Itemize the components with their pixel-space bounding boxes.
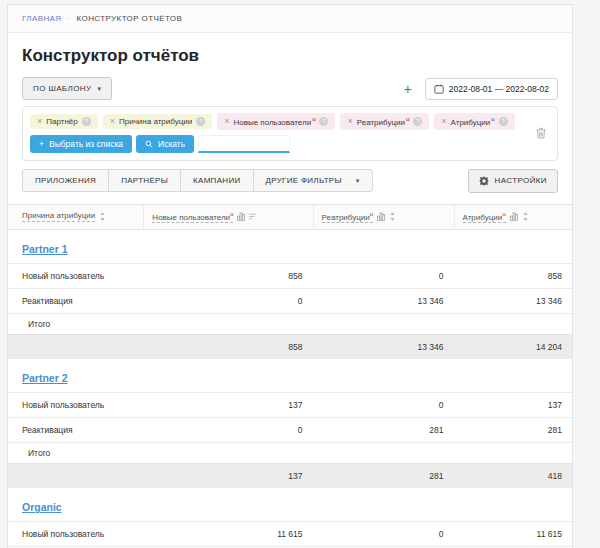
cell-value: 137	[143, 393, 312, 417]
chip-remove-icon[interactable]: ×	[224, 117, 229, 126]
tab-other-filters[interactable]: ДРУГИЕ ФИЛЬТРЫ ▾	[253, 169, 373, 192]
tabs-row: ПРИЛОЖЕНИЯ ПАРТНЁРЫ КАМПАНИИ ДРУГИЕ ФИЛЬ…	[22, 169, 558, 193]
select-from-list-button[interactable]: + Выбрать из списка	[30, 135, 132, 153]
report-card: ГЛАВНАЯ · КОНСТРУКТОР ОТЧЁТОВ Конструкто…	[7, 4, 573, 548]
row-label: Новый пользователь	[8, 393, 143, 417]
chip-help-icon[interactable]: ?	[413, 117, 422, 126]
totals-value: 13 346	[313, 335, 454, 359]
search-icon	[145, 140, 153, 148]
calendar-icon	[434, 84, 444, 94]
breadcrumb-current: КОНСТРУКТОР ОТЧЁТОВ	[77, 14, 183, 23]
select-from-list-label: Выбрать из списка	[49, 139, 123, 149]
bar-chart-icon[interactable]	[237, 212, 245, 221]
totals-row: 858 13 346 14 204	[8, 334, 572, 359]
table-row: Реактивация 0 13 346 13 346	[8, 288, 572, 313]
subtotal-label-row: Итого	[8, 442, 572, 463]
page-title: Конструктор отчётов	[22, 46, 558, 66]
chip-remove-icon[interactable]: ×	[441, 117, 446, 126]
group-link-partner-2[interactable]: Partner 2	[22, 372, 68, 384]
sort-icon[interactable]	[389, 212, 396, 221]
cell-value: 858	[143, 264, 312, 288]
row-label: Реактивация	[8, 289, 143, 313]
group-link-organic[interactable]: Organic	[22, 501, 62, 513]
totals-value: 418	[454, 464, 572, 488]
bar-chart-icon[interactable]	[377, 212, 385, 221]
cell-value: 137	[454, 393, 572, 417]
gear-icon	[479, 176, 489, 186]
date-range-button[interactable]: 2022-08-01 — 2022-08-02	[425, 78, 558, 100]
group-heading: Organic	[8, 488, 572, 521]
table-row: Новый пользователь 858 0 858	[8, 263, 572, 288]
group-link-partner-1[interactable]: Partner 1	[22, 243, 68, 255]
subtotal-label-row: Итого	[8, 313, 572, 334]
cell-value: 281	[454, 418, 572, 442]
column-header-attribution-reason[interactable]: Причина атрибуции	[8, 205, 143, 230]
chip-help-icon[interactable]: ?	[82, 117, 91, 126]
chip-label: Партнёр	[46, 117, 77, 126]
chevron-down-icon: ▾	[356, 177, 360, 184]
add-date-button[interactable]: +	[404, 82, 412, 96]
sort-icon[interactable]	[522, 212, 529, 221]
plus-icon: +	[39, 139, 44, 149]
filter-chip-partner[interactable]: × Партнёр ?	[30, 114, 98, 129]
cell-value: 0	[143, 418, 312, 442]
filter-chip-attributions[interactable]: × Атрибуцииu ?	[434, 113, 514, 130]
totals-empty-cell	[8, 464, 143, 488]
breadcrumb-home-link[interactable]: ГЛАВНАЯ	[22, 14, 62, 23]
filter-chip-reattributions[interactable]: × Реатрибуцииu ?	[340, 113, 429, 130]
controls-row: ПО ШАБЛОНУ ▾ + 2022-08-01 — 2022-08-02	[22, 77, 558, 100]
bar-chart-icon[interactable]	[510, 212, 518, 221]
cell-value: 13 346	[454, 289, 572, 313]
sort-desc-icon[interactable]	[249, 213, 257, 220]
chip-remove-icon[interactable]: ×	[110, 117, 115, 126]
totals-value: 14 204	[454, 335, 572, 359]
chip-help-icon[interactable]: ?	[499, 117, 508, 126]
chip-remove-icon[interactable]: ×	[347, 117, 352, 126]
settings-button-label: НАСТРОЙКИ	[495, 176, 547, 185]
cell-value: 0	[313, 393, 454, 417]
chip-remove-icon[interactable]: ×	[37, 117, 42, 126]
totals-empty-cell	[8, 335, 143, 359]
tab-campaigns[interactable]: КАМПАНИИ	[180, 169, 253, 192]
group-heading: Partner 1	[8, 230, 572, 263]
chip-label: Атрибуцииu	[451, 116, 495, 127]
search-input[interactable]	[198, 135, 290, 153]
cell-value: 0	[313, 522, 454, 546]
chip-help-icon[interactable]: ?	[196, 117, 205, 126]
totals-row: 137 281 418	[8, 463, 572, 488]
column-header-attributions[interactable]: Атрибуцииu	[454, 205, 572, 230]
cell-value: 281	[313, 418, 454, 442]
chevron-down-icon: ▾	[97, 85, 101, 92]
chip-help-icon[interactable]: ?	[319, 117, 328, 126]
breadcrumb: ГЛАВНАЯ · КОНСТРУКТОР ОТЧЁТОВ	[8, 5, 572, 33]
template-button-label: ПО ШАБЛОНУ	[33, 84, 91, 93]
table-row: Реактивация 0 281 281	[8, 417, 572, 442]
filter-chip-new-users[interactable]: × Новые пользователиu ?	[217, 113, 335, 130]
cell-value: 11 615	[143, 522, 312, 546]
date-range-value: 2022-08-01 — 2022-08-02	[449, 84, 549, 94]
cell-value: 11 615	[454, 522, 572, 546]
group-heading: Partner 2	[8, 359, 572, 392]
chip-label: Причина атрибуции	[119, 117, 192, 126]
tab-applications[interactable]: ПРИЛОЖЕНИЯ	[22, 169, 109, 192]
chip-label: Реатрибуцииu	[357, 116, 410, 127]
chip-label: Новые пользователиu	[233, 116, 315, 127]
settings-button[interactable]: НАСТРОЙКИ	[468, 169, 558, 193]
totals-value: 281	[313, 464, 454, 488]
clear-filters-button[interactable]	[535, 127, 547, 140]
cell-value: 0	[313, 264, 454, 288]
search-button-label: Искать	[158, 139, 185, 149]
filter-actions-row: + Выбрать из списка Искать	[30, 135, 523, 153]
template-button[interactable]: ПО ШАБЛОНУ ▾	[22, 77, 112, 100]
sort-icon[interactable]	[99, 212, 106, 221]
cell-value: 13 346	[313, 289, 454, 313]
column-header-reattributions[interactable]: Реатрибуцииu	[313, 205, 454, 230]
tab-partners[interactable]: ПАРТНЁРЫ	[108, 169, 181, 192]
cell-value: 0	[143, 289, 312, 313]
table-row: Новый пользователь 11 615 0 11 615	[8, 521, 572, 546]
tab-group: ПРИЛОЖЕНИЯ ПАРТНЁРЫ КАМПАНИИ ДРУГИЕ ФИЛЬ…	[22, 169, 373, 192]
filter-chip-attribution-reason[interactable]: × Причина атрибуции ?	[103, 114, 212, 129]
column-header-new-users[interactable]: Новые пользователиu	[143, 205, 312, 230]
filter-chips-row: × Партнёр ? × Причина атрибуции ? × Новы…	[30, 113, 523, 130]
search-button[interactable]: Искать	[136, 135, 194, 153]
